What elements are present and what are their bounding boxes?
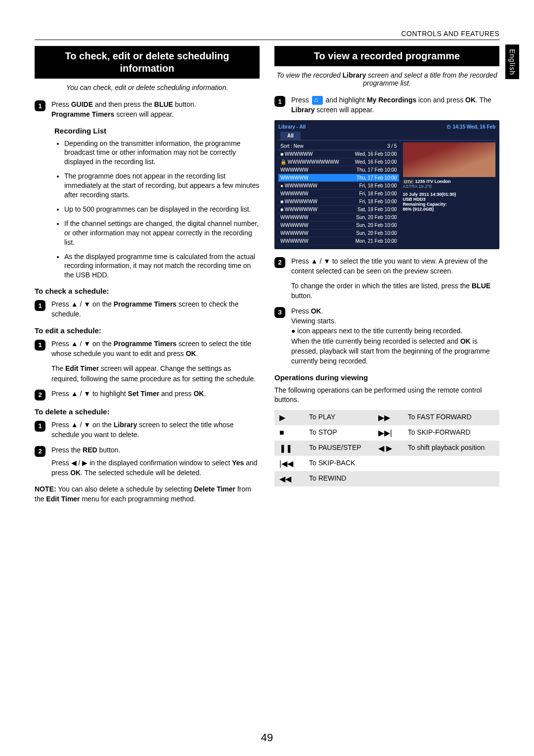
step-badge: 1 xyxy=(35,300,45,311)
delete-step-1: 1 Press ▲ / ▼ on the Library screen to s… xyxy=(35,420,260,440)
edit-schedule-head: To edit a schedule: xyxy=(35,326,260,335)
left-column: To check, edit or delete scheduling info… xyxy=(35,46,260,511)
library-list: Sort : New 3 / 5 ■ WWWWWWWed, 16 Feb 10:… xyxy=(278,142,399,245)
library-row: WWWWWWSun, 20 Feb 10:00 xyxy=(278,229,399,237)
library-row: WWWWWWSun, 20 Feb 10:00 xyxy=(278,214,399,222)
view-step-1: 1 Press and highlight My Recordings icon… xyxy=(274,95,499,115)
recording-timestamp: 10 July 2011 14:30(01:30) xyxy=(403,192,495,197)
step-badge: 1 xyxy=(35,421,45,432)
view-step-3: 3 Press OK. Viewing starts. ● icon appea… xyxy=(274,306,499,366)
library-row: ■ WWWWWWWSat, 19 Feb 10:00 xyxy=(278,206,399,214)
table-row: ▶To PLAY▶▶To FAST FORWARD xyxy=(274,410,499,425)
table-row: ◀◀To REWIND xyxy=(274,471,499,487)
step-text: Press OK. Viewing starts. ● icon appears… xyxy=(291,306,499,366)
step-text: Press ▲ / ▼ on the Programme Timers scre… xyxy=(51,339,260,384)
table-row: ❚❚To PAUSE/STEP◀ ▶To shift playback posi… xyxy=(274,441,499,456)
dtv-badge: DTV xyxy=(403,179,414,184)
manual-page: CONTROLS AND FEATURES English To check, … xyxy=(0,0,534,756)
step-badge: 2 xyxy=(274,257,285,268)
library-row: 🔒 WWWWWWWWWWWWed, 16 Feb 10:00 xyxy=(278,158,399,166)
view-step-2: 2 Press ▲ / ▼ to select the title you wa… xyxy=(274,256,499,301)
step-text: Press ▲ / ▼ to highlight Set Timer and p… xyxy=(51,389,260,400)
library-row: ■ WWWWWWWed, 16 Feb 10:00 xyxy=(278,150,399,158)
operations-head: Operations during viewing xyxy=(274,373,499,382)
step-badge: 2 xyxy=(35,390,45,400)
capacity-label: Remaining Capacity: xyxy=(403,202,495,207)
delete-step-2: 2 Press the RED button. Press ◀ / ▶ in t… xyxy=(35,445,260,478)
schedule-step-1: 1 Press GUIDE and then press the BLUE bu… xyxy=(35,99,260,120)
delete-note: NOTE: You can also delete a schedule by … xyxy=(35,485,260,504)
step-text: Press GUIDE and then press the BLUE butt… xyxy=(51,99,260,120)
list-item: Depending on the transmitter information… xyxy=(64,139,260,167)
library-row: WWWWWWSun, 20 Feb 10:00 xyxy=(278,222,399,229)
preview-thumbnail xyxy=(403,142,495,177)
library-sort-label: Sort : New xyxy=(280,143,304,149)
operations-intro: The following operations can be performe… xyxy=(274,386,499,405)
library-row: WWWWWWFri, 18 Feb 10:00 xyxy=(278,190,399,198)
library-preview-panel: DTV1235 ITV London ASTRA 19.2°E 10 July … xyxy=(403,142,495,245)
channel-name: 1235 ITV London xyxy=(415,179,451,184)
library-row: WWWWWWMon, 21 Feb 10:00 xyxy=(278,237,399,245)
edit-step-1: 1 Press ▲ / ▼ on the Programme Timers sc… xyxy=(35,339,260,384)
check-schedule-head: To check a schedule: xyxy=(35,287,260,295)
library-row: ■ WWWWWWWFri, 18 Feb 10:00 xyxy=(278,198,399,206)
library-breadcrumb: Library - All xyxy=(278,124,306,130)
capacity-value: 86% (912.0GB) xyxy=(403,207,495,212)
delete-schedule-head: To delete a schedule: xyxy=(35,407,260,416)
library-row: WWWWWWThu, 17 Feb 10:00 xyxy=(278,174,399,182)
library-clock: ⏲ 14:15 Wed, 16 Feb xyxy=(446,124,495,130)
satellite-name: ASTRA 19.2°E xyxy=(403,184,495,189)
step-text: Press ▲ / ▼ on the Library screen to sel… xyxy=(51,420,260,440)
step-badge: 2 xyxy=(35,446,45,457)
hdd-name: USB HDD3 xyxy=(403,197,495,202)
library-row: WWWWWWThu, 17 Feb 10:00 xyxy=(278,166,399,174)
edit-step-2: 2 Press ▲ / ▼ to highlight Set Timer and… xyxy=(35,389,260,400)
list-item: The programme does not appear in the rec… xyxy=(64,172,260,200)
table-row: ■To STOP▶▶|To SKIP-FORWARD xyxy=(274,425,499,441)
my-recordings-icon xyxy=(312,96,323,105)
check-step-1: 1 Press ▲ / ▼ on the Programme Timers sc… xyxy=(35,299,260,319)
step-text: Press and highlight My Recordings icon a… xyxy=(291,95,499,115)
language-tab: English xyxy=(505,44,519,79)
recording-list-head: Recording List xyxy=(54,127,260,135)
page-number: 49 xyxy=(0,731,534,744)
right-column: To view a recorded programme To view the… xyxy=(274,46,499,511)
two-column-layout: To check, edit or delete scheduling info… xyxy=(35,46,499,511)
library-tab-all: All xyxy=(280,132,301,140)
section-title-view: To view a recorded programme xyxy=(274,46,499,66)
view-intro: To view the recorded Library screen and … xyxy=(274,71,499,87)
step-text: Press the RED button. Press ◀ / ▶ in the… xyxy=(51,445,260,478)
schedule-intro: You can check, edit or delete scheduling… xyxy=(35,84,260,91)
step-badge: 1 xyxy=(274,96,285,107)
step-text: Press ▲ / ▼ on the Programme Timers scre… xyxy=(51,299,260,319)
step-badge: 1 xyxy=(35,340,45,351)
page-header: CONTROLS AND FEATURES xyxy=(35,30,499,40)
recording-list-bullets: Depending on the transmitter information… xyxy=(54,139,260,280)
step-text: Press ▲ / ▼ to select the title you want… xyxy=(291,256,499,301)
library-row: ● WWWWWWWFri, 18 Feb 10:00 xyxy=(278,182,399,190)
step-badge: 3 xyxy=(274,307,285,318)
library-count: 3 / 5 xyxy=(387,143,397,149)
library-screenshot: Library - All ⏲ 14:15 Wed, 16 Feb All So… xyxy=(274,120,499,249)
section-title-schedule: To check, edit or delete scheduling info… xyxy=(35,46,260,79)
operations-table: ▶To PLAY▶▶To FAST FORWARD■To STOP▶▶|To S… xyxy=(274,410,499,487)
step-badge: 1 xyxy=(35,100,45,111)
list-item: If the channel settings are changed, the… xyxy=(64,219,260,247)
list-item: As the displayed programme time is calcu… xyxy=(64,252,260,280)
list-item: Up to 500 programmes can be displayed in… xyxy=(64,205,260,214)
table-row: |◀◀To SKIP-BACK xyxy=(274,456,499,471)
